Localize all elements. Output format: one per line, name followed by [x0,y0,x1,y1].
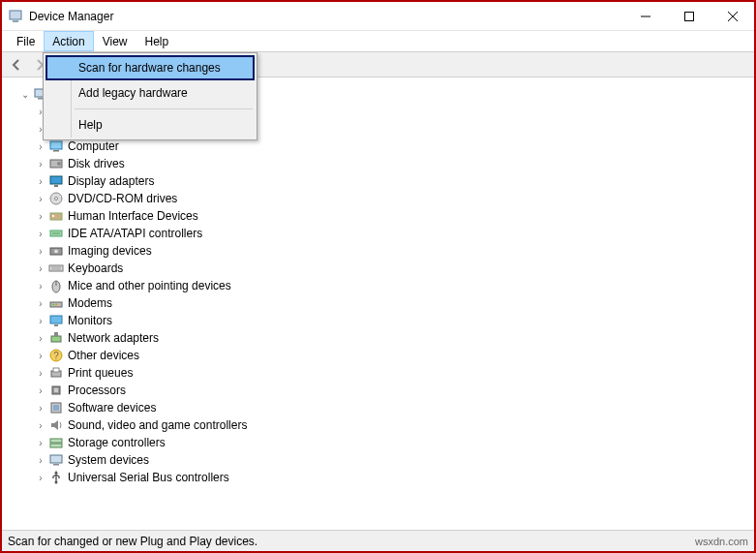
expander-icon[interactable]: › [35,175,46,187]
expander-icon[interactable]: › [35,332,46,344]
tree-node[interactable]: ›DVD/CD-ROM drives [4,190,752,207]
tree-node-label: Computer [68,139,119,153]
back-button[interactable] [6,54,27,76]
tree-node-label: Mice and other pointing devices [68,279,231,292]
tree-node[interactable]: ›Processors [4,382,752,399]
tree-node[interactable]: ›Human Interface Devices [4,207,752,225]
menu-add-legacy-label: Add legacy hardware [78,86,188,100]
expander-icon[interactable]: › [35,245,46,257]
menu-view[interactable]: View [94,31,136,51]
menubar: File Action View Help [2,31,754,52]
svg-point-32 [55,304,57,306]
menu-file[interactable]: File [8,31,44,51]
titlebar: Device Manager [2,2,754,31]
expander-icon[interactable]: › [35,437,46,448]
imaging-icon [48,243,64,259]
tree-node-label: Modems [68,296,112,310]
menu-add-legacy[interactable]: Add legacy hardware [45,80,255,106]
minimize-button[interactable] [623,3,667,30]
tree-node[interactable]: ›Display adapters [4,172,752,190]
expander-icon[interactable]: › [35,262,46,274]
expander-icon[interactable]: › [35,402,46,414]
action-dropdown: Scan for hardware changes Add legacy har… [43,52,257,140]
expander-icon[interactable]: › [35,315,46,326]
tree-node[interactable]: ›Storage controllers [4,434,752,451]
tree-node[interactable]: ›Monitors [4,312,752,329]
expander-icon[interactable]: › [35,210,46,222]
menu-scan-hardware[interactable]: Scan for hardware changes [45,55,255,80]
svg-point-31 [52,304,54,306]
maximize-button[interactable] [667,3,711,30]
svg-point-18 [55,198,58,200]
expander-icon[interactable]: › [35,419,46,431]
tree-node[interactable]: ›Imaging devices [4,242,752,260]
tree-node[interactable]: ›Network adapters [4,329,752,347]
close-button[interactable] [711,3,754,30]
tree-node-label: Imaging devices [68,244,152,258]
expander-icon[interactable]: › [35,280,46,292]
menu-help[interactable]: Help [136,31,178,51]
tree-node[interactable]: ›Mice and other pointing devices [4,277,752,294]
expander-icon[interactable]: › [35,350,46,361]
svg-rect-12 [53,150,59,152]
tree-node[interactable]: ›Disk drives [4,155,752,172]
tree-node[interactable]: ›Universal Serial Bus controllers [4,469,752,486]
tree-node[interactable]: ›Software devices [4,399,752,416]
menu-help-label: Help [145,35,169,48]
network-icon [48,330,64,346]
display-icon [48,173,64,189]
cpu-icon [48,383,64,398]
tree-node[interactable]: ›Print queues [4,364,752,382]
svg-text:?: ? [53,351,59,361]
expander-icon[interactable]: › [35,367,46,379]
svg-rect-1 [13,20,18,22]
computer-icon [48,138,64,154]
tree-node[interactable]: ›Modems [4,294,752,312]
expander-icon[interactable]: › [35,228,46,239]
storage-icon [48,435,64,450]
tree-node[interactable]: ›Keyboards [4,260,752,277]
menu-action[interactable]: Action [44,31,93,51]
expander-icon[interactable]: › [35,472,46,483]
tree-node[interactable]: ›IDE ATA/ATAPI controllers [4,225,752,242]
tree-node-label: Software devices [68,401,156,415]
svg-rect-45 [50,439,62,443]
svg-point-24 [54,250,58,254]
tree-node[interactable]: ›System devices [4,451,752,469]
expander-icon[interactable]: › [35,384,46,396]
software-icon [48,400,64,415]
menu-action-help[interactable]: Help [45,112,255,138]
svg-rect-33 [50,316,62,323]
tree-node[interactable]: ›Sound, video and game controllers [4,416,752,434]
expander-icon[interactable]: › [35,193,46,204]
expander-icon[interactable]: ⌄ [19,88,31,100]
svg-rect-25 [49,265,63,271]
mouse-icon [48,278,64,293]
expander-icon[interactable]: › [35,140,46,152]
tree-node-label: System devices [68,453,149,467]
expander-icon[interactable]: › [35,454,46,466]
disk-icon [48,156,64,171]
svg-rect-20 [52,215,54,217]
svg-rect-34 [54,324,58,326]
svg-point-14 [57,162,61,166]
tree-node[interactable]: ›?Other devices [4,347,752,364]
tree-node-label: Print queues [68,366,133,380]
keyboard-icon [48,261,64,276]
modem-icon [48,295,64,311]
tree-node-label: Other devices [68,349,139,362]
tree-node-label: Network adapters [68,331,159,345]
expander-icon[interactable]: › [35,297,46,309]
statusbar: Scan for changed or new Plug and Play de… [2,530,754,551]
hid-icon [48,208,64,224]
svg-rect-47 [50,455,62,463]
svg-rect-42 [54,388,58,392]
dvd-icon [48,191,64,206]
tree-node-label: Keyboards [68,261,123,275]
svg-rect-36 [54,332,58,336]
tree-node-label: Universal Serial Bus controllers [68,471,229,484]
menu-view-label: View [103,35,128,48]
other-icon: ? [48,348,64,363]
expander-icon[interactable]: › [35,158,46,169]
menu-action-label: Action [52,35,84,48]
